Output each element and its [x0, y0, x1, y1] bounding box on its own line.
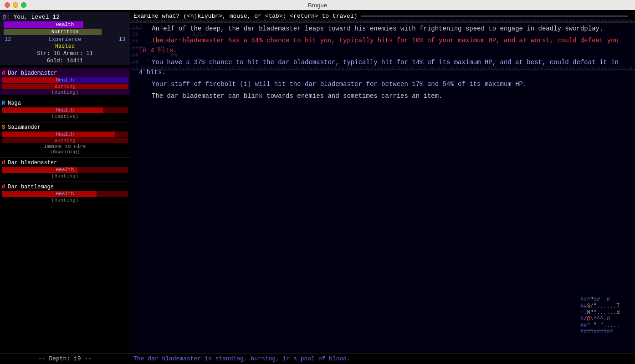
monster-symbol-4: d — [2, 184, 5, 190]
monster-burning-2: Burning — [2, 138, 128, 143]
monster-behavior-2: (Guarding) — [0, 149, 130, 155]
close-button[interactable] — [5, 2, 10, 8]
monster-entry-2[interactable]: S Salamander Health Burning Immune to Fi… — [0, 122, 130, 155]
monster-entry-0[interactable]: d Dar blademaster Health Burning (Huntin… — [0, 68, 130, 95]
depth-bar: -- Depth: 19 -- — [0, 353, 130, 364]
monster-symbol-3: d — [2, 160, 5, 166]
hasted-label: Hasted — [3, 43, 127, 50]
monster-entry-1[interactable]: N Naga Health (Captive) — [0, 98, 130, 119]
health-bar-container: Health — [3, 21, 127, 28]
monster-health-4: Health — [2, 191, 128, 197]
monster-name-row-1: N Naga — [0, 100, 130, 107]
monster-behavior-0: (Hunting) — [0, 90, 130, 95]
monster-behavior-1: (Captive) — [0, 114, 130, 119]
monster-name-row-0: d Dar blademaster — [0, 70, 130, 77]
monster-behavior-3: (Hunting) — [0, 173, 130, 179]
health-label: Health — [4, 21, 126, 28]
main-view[interactable]: Examine what? (<hjklyubn>, mouse, or <ta… — [130, 10, 635, 364]
sidebar: @: You, Level 12 Health Nutrition 12 Exp — [0, 10, 130, 364]
player-name: @: You, Level 12 — [3, 14, 127, 20]
monster-health-0: Health — [2, 77, 128, 83]
monster-health-3: Health — [2, 167, 128, 173]
monster-name-row-4: d Dar battlemage — [0, 183, 130, 191]
status-bar: The dar blademaster is standing, burning… — [130, 353, 635, 364]
str-armor: Str: 18 Armor: 11 — [3, 50, 127, 58]
monster-immune-2: Immune to Fire — [0, 144, 130, 149]
monster-burning-0: Burning — [2, 84, 128, 89]
window-title: Brogue — [308, 2, 327, 9]
minimap: ###"## # ##S/"......T +.N""......d #/@\^… — [580, 290, 635, 341]
nutrition-bar-container: Nutrition — [3, 29, 127, 35]
monster-symbol-0: d — [2, 70, 5, 76]
monster-symbol-1: N — [2, 100, 5, 106]
traffic-lights — [5, 2, 26, 8]
monster-entry-3[interactable]: d Dar blademaster Health (Hunting) — [0, 157, 130, 179]
exp-row: 12 Experience 13 — [3, 36, 127, 43]
dungeon-background: ########################################… — [130, 10, 635, 341]
monster-entry-4[interactable]: d Dar battlemage Health (Hunting) — [0, 182, 130, 203]
health-bar: Health — [4, 21, 126, 28]
player-symbol: @ — [3, 14, 6, 20]
monster-health-2: Health — [2, 131, 128, 137]
monster-name-row-3: d Dar blademaster — [0, 159, 130, 167]
monster-health-1: Health — [2, 107, 128, 113]
minimize-button[interactable] — [13, 2, 18, 8]
nutrition-label: Nutrition — [4, 29, 126, 35]
monster-behavior-4: (Hunting) — [0, 197, 130, 203]
gold: Gold: 14411 — [3, 58, 127, 64]
title-bar: Brogue — [0, 0, 635, 10]
game-area: @: You, Level 12 Health Nutrition 12 Exp — [0, 10, 635, 364]
player-header: @: You, Level 12 Health Nutrition 12 Exp — [0, 12, 130, 65]
monster-symbol-2: S — [2, 124, 5, 131]
monster-name-row-2: S Salamander — [0, 124, 130, 131]
nutrition-bar: Nutrition — [4, 29, 126, 35]
maximize-button[interactable] — [21, 2, 26, 8]
